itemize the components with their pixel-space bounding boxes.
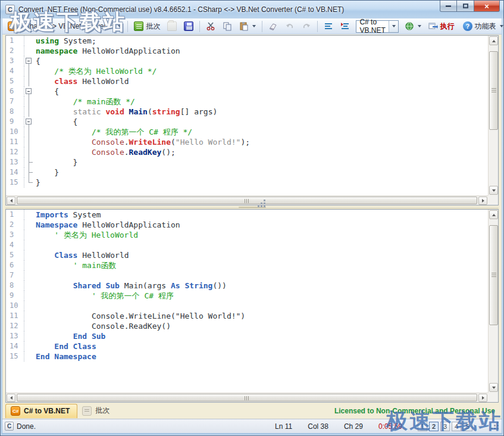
clear-button[interactable]	[265, 20, 281, 33]
toolbar: C# CSharp <-> VB.Net Converter 批次	[2, 18, 502, 35]
code-line: 9 {	[6, 117, 488, 127]
layout-button-2[interactable]: 2	[429, 422, 439, 431]
line-number: 5	[6, 250, 24, 260]
code-text	[33, 240, 36, 250]
fold-margin	[24, 96, 33, 107]
fold-margin	[24, 137, 33, 147]
paste-button[interactable]	[236, 20, 259, 33]
tab-label: 批次	[95, 406, 109, 416]
line-number: 1	[6, 36, 24, 46]
code-text: End Class	[33, 341, 96, 351]
line-number: 3	[6, 230, 24, 240]
code-line: 15End Namespace	[6, 351, 488, 362]
scroll-thumb[interactable]	[17, 394, 477, 401]
fold-margin	[24, 321, 33, 331]
arrow-up-icon	[492, 40, 496, 42]
fold-toggle-icon[interactable]	[24, 117, 33, 127]
batch-label: 批次	[146, 21, 160, 32]
line-number: 15	[6, 177, 24, 188]
code-text: Namespace HelloWorldApplication	[33, 220, 180, 230]
arrow-left-icon	[10, 199, 12, 203]
code-line: 5 Class HelloWorld	[6, 250, 488, 260]
code-line: 8 static void Main(string[] args)	[6, 107, 488, 117]
cut-button[interactable]	[203, 20, 218, 33]
scroll-left-button[interactable]	[7, 394, 15, 402]
scroll-up-button[interactable]	[489, 36, 498, 45]
scroll-left-button[interactable]	[7, 197, 15, 205]
code-line: 13 End Sub	[6, 331, 488, 341]
vbnet-editor[interactable]: 1Imports System2Namespace HelloWorldAppl…	[5, 209, 499, 403]
run-icon	[428, 21, 438, 31]
format-code-button[interactable]	[321, 20, 336, 33]
layout-button-4[interactable]: 4	[452, 422, 461, 431]
toolbar-separator	[127, 21, 128, 32]
line-number: 11	[6, 137, 24, 147]
eraser-icon	[268, 21, 278, 31]
online-service-button[interactable]	[402, 20, 424, 33]
chevron-down-icon	[118, 25, 121, 27]
scroll-right-button[interactable]	[478, 197, 487, 205]
code-line: 10	[6, 301, 488, 311]
scroll-thumb[interactable]	[489, 225, 498, 325]
redo-button[interactable]	[299, 20, 314, 33]
code-text	[33, 301, 36, 311]
conversion-direction-combo[interactable]: C# to VB.NET	[356, 20, 398, 33]
indent-button[interactable]	[337, 20, 353, 33]
combo-dropdown-button[interactable]	[389, 21, 398, 32]
fold-margin	[24, 250, 33, 260]
line-number: 8	[6, 107, 24, 117]
resize-grip[interactable]	[492, 422, 499, 430]
code-text: class HelloWorld	[33, 76, 129, 86]
line-number: 2	[6, 46, 24, 56]
line-number: 4	[6, 66, 24, 76]
save-button[interactable]	[181, 20, 196, 33]
scroll-right-button[interactable]	[478, 394, 487, 402]
status-line: Ln 11	[275, 422, 292, 431]
copy-button[interactable]	[220, 20, 235, 33]
scroll-down-button[interactable]	[489, 383, 498, 392]
scroll-down-button[interactable]	[489, 186, 498, 195]
vbnet-vertical-scrollbar[interactable]	[488, 210, 498, 393]
vbnet-horizontal-scrollbar[interactable]	[6, 393, 488, 402]
arrow-down-icon	[492, 387, 496, 389]
code-text: namespace HelloWorldApplication	[33, 46, 180, 56]
app-icon: C	[5, 5, 15, 14]
fold-toggle-icon[interactable]	[24, 86, 33, 96]
line-number: 10	[6, 301, 24, 311]
scroll-thumb[interactable]	[17, 197, 477, 204]
converter-mode-label: CSharp <-> VB.Net Converter	[20, 22, 114, 30]
csharp-code-area[interactable]: 1using System;2namespace HelloWorldAppli…	[6, 36, 488, 195]
scroll-thumb[interactable]	[489, 51, 498, 130]
run-button[interactable]: 执行	[425, 20, 458, 33]
close-button[interactable]: ×	[474, 1, 500, 12]
undo-icon	[285, 21, 295, 31]
layout-button-1[interactable]: 1	[418, 422, 427, 431]
batch-button[interactable]: 批次	[131, 20, 163, 33]
code-line: 14 }	[6, 167, 488, 177]
minimize-button[interactable]	[440, 1, 457, 12]
code-text: /* 类名为 HelloWorld */	[33, 66, 156, 76]
undo-button[interactable]	[282, 20, 298, 33]
layout-button-5[interactable]: 5	[463, 422, 472, 431]
scroll-up-button[interactable]	[489, 210, 498, 219]
line-number: 9	[6, 291, 24, 301]
vbnet-code-area[interactable]: 1Imports System2Namespace HelloWorldAppl…	[6, 210, 488, 393]
tab-batch[interactable]: 批次	[77, 404, 117, 418]
title-bar[interactable]: C Convert .NET Free (Non-Commercial use)…	[1, 1, 503, 18]
tab-cs-to-vbnet[interactable]: C# C# to VB.NET	[5, 404, 77, 418]
fold-toggle-icon[interactable]	[24, 56, 33, 66]
csharp-horizontal-scrollbar[interactable]	[6, 195, 488, 205]
code-line: 4	[6, 240, 488, 250]
restore-button[interactable]	[457, 1, 474, 12]
fold-margin	[24, 230, 33, 240]
open-button[interactable]	[164, 20, 180, 33]
menu-button[interactable]: ? 功能表	[460, 20, 504, 33]
converter-mode-button[interactable]: C# CSharp <-> VB.Net Converter	[5, 20, 124, 33]
code-line: 3 ' 类名为 HelloWorld	[6, 230, 488, 240]
line-number: 8	[6, 281, 24, 291]
code-line: 2namespace HelloWorldApplication	[6, 46, 488, 56]
line-number: 10	[6, 127, 24, 137]
csharp-editor[interactable]: 1using System;2namespace HelloWorldAppli…	[5, 35, 499, 205]
csharp-vertical-scrollbar[interactable]	[488, 36, 498, 195]
layout-button-3[interactable]: 3	[440, 422, 450, 431]
